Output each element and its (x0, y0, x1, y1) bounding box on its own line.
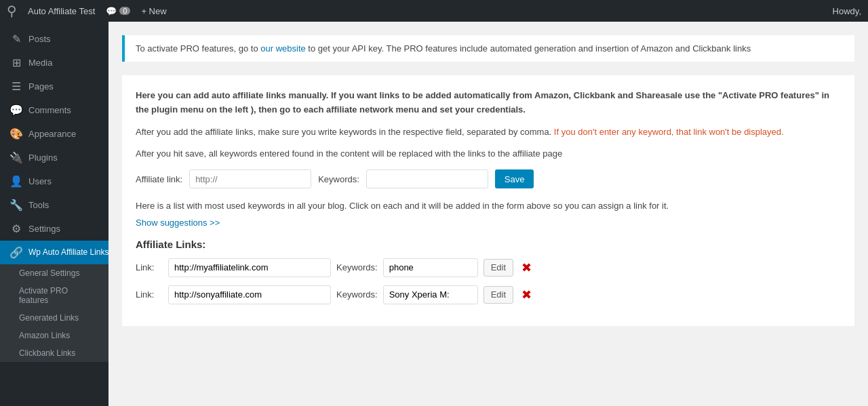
edit-button-0[interactable]: Edit (484, 259, 513, 277)
keywords-label: Keywords: (318, 174, 359, 184)
plugin-content: Here you can add auto affiliate links ma… (122, 75, 854, 326)
plugin-title: Wp Auto Affiliate Links (28, 247, 109, 258)
show-suggestions-link[interactable]: Show suggestions >> (136, 218, 220, 228)
sidebar-item-label: Posts (28, 34, 51, 44)
kw-label-1: Keywords: (336, 289, 378, 300)
affiliate-link-label: Affiliate link: (136, 174, 182, 184)
sidebar-item-label: Users (28, 176, 52, 186)
users-icon: 👤 (9, 175, 23, 188)
keywords-input[interactable] (366, 169, 488, 188)
plugins-icon: 🔌 (9, 151, 23, 164)
sidebar-item-comments[interactable]: 💬 Comments (0, 98, 108, 122)
main-content: To activate PRO features, go to our webs… (108, 22, 868, 406)
site-name[interactable]: Auto Affiliate Test (28, 6, 95, 16)
sidebar-item-label: Comments (28, 105, 71, 115)
sidebar-item-label: Tools (28, 200, 49, 210)
links-container: Link: Keywords: Edit ✖ Link: Keywords: E… (136, 258, 841, 304)
submenu-item-amazon-links[interactable]: Amazon Links (0, 327, 108, 344)
comments-link[interactable]: 💬 0 (106, 6, 130, 16)
link-label-1: Link: (136, 289, 163, 300)
plugin-submenu: 🔗 Wp Auto Affiliate Links General Settin… (0, 241, 108, 362)
plugin-icon: 🔗 (9, 246, 23, 259)
pages-icon: ☰ (9, 80, 23, 93)
keywords-field-1[interactable] (383, 285, 478, 304)
sidebar-item-users[interactable]: 👤 Users (0, 169, 108, 193)
delete-button-1[interactable]: ✖ (519, 289, 534, 301)
description-2: After you add the affiliate links, make … (136, 125, 841, 140)
sidebar-item-label: Plugins (28, 153, 58, 163)
submenu-item-generated-links[interactable]: Generated Links (0, 309, 108, 327)
sidebar-item-label: Media (28, 58, 52, 68)
notice-website-link[interactable]: our website (260, 43, 305, 54)
notice-text-after: to get your API key. The PRO features in… (306, 43, 751, 54)
delete-button-0[interactable]: ✖ (519, 262, 534, 274)
comments-nav-icon: 💬 (9, 104, 23, 117)
keywords-field-0[interactable] (383, 258, 478, 277)
plugin-submenu-list: General Settings Activate PRO features G… (0, 264, 108, 362)
link-input-1[interactable] (168, 285, 331, 304)
howdy-label: Howdy, (833, 6, 861, 16)
suggestion-text: Here is a list with most used keywords i… (136, 199, 841, 214)
submenu-item-activate-pro[interactable]: Activate PRO features (0, 282, 108, 309)
description-3: After you hit save, all keywords entered… (136, 147, 841, 161)
edit-button-1[interactable]: Edit (484, 286, 513, 304)
posts-icon: ✎ (9, 33, 23, 45)
sidebar-item-label: Pages (28, 81, 54, 92)
pro-notice: To activate PRO features, go to our webs… (122, 35, 854, 62)
settings-icon: ⚙ (9, 222, 23, 235)
wp-logo-icon[interactable]: ⚲ (7, 3, 17, 19)
appearance-icon: 🎨 (9, 127, 23, 140)
link-row: Link: Keywords: Edit ✖ (136, 258, 841, 277)
link-input-0[interactable] (168, 258, 331, 277)
comment-count: 0 (119, 7, 130, 15)
sidebar-item-label: Settings (28, 224, 60, 234)
add-link-form: Affiliate link: Keywords: Save (136, 169, 841, 188)
sidebar-item-posts[interactable]: ✎ Posts (0, 27, 108, 51)
comment-bubble-icon: 💬 (106, 6, 117, 16)
submenu-item-general-settings[interactable]: General Settings (0, 264, 108, 282)
affiliate-links-title: Affiliate Links: (136, 239, 841, 250)
kw-label-0: Keywords: (336, 262, 378, 272)
media-icon: ⊞ (9, 56, 23, 69)
notice-text-before: To activate PRO features, go to (136, 43, 260, 54)
sidebar-item-settings[interactable]: ⚙ Settings (0, 217, 108, 241)
sidebar-item-media[interactable]: ⊞ Media (0, 51, 108, 75)
link-row: Link: Keywords: Edit ✖ (136, 285, 841, 304)
affiliate-link-input[interactable] (189, 169, 311, 188)
sidebar-item-pages[interactable]: ☰ Pages (0, 75, 108, 98)
sidebar-item-appearance[interactable]: 🎨 Appearance (0, 122, 108, 146)
new-content-link[interactable]: + New (141, 6, 166, 16)
sidebar-item-plugins[interactable]: 🔌 Plugins (0, 146, 108, 169)
tools-icon: 🔧 (9, 199, 23, 211)
submenu-item-clickbank-links[interactable]: Clickbank Links (0, 344, 108, 362)
admin-bar: ⚲ Auto Affiliate Test 💬 0 + New Howdy, (0, 0, 868, 22)
description-1: Here you can add auto affiliate links ma… (136, 89, 841, 117)
save-button[interactable]: Save (495, 169, 534, 188)
sidebar-item-label: Appearance (28, 129, 76, 139)
sidebar: ✎ Posts ⊞ Media ☰ Pages 💬 Comments 🎨 App… (0, 22, 108, 406)
link-label-0: Link: (136, 262, 163, 272)
sidebar-item-wp-auto-affiliate[interactable]: 🔗 Wp Auto Affiliate Links (0, 241, 108, 264)
sidebar-item-tools[interactable]: 🔧 Tools (0, 193, 108, 217)
